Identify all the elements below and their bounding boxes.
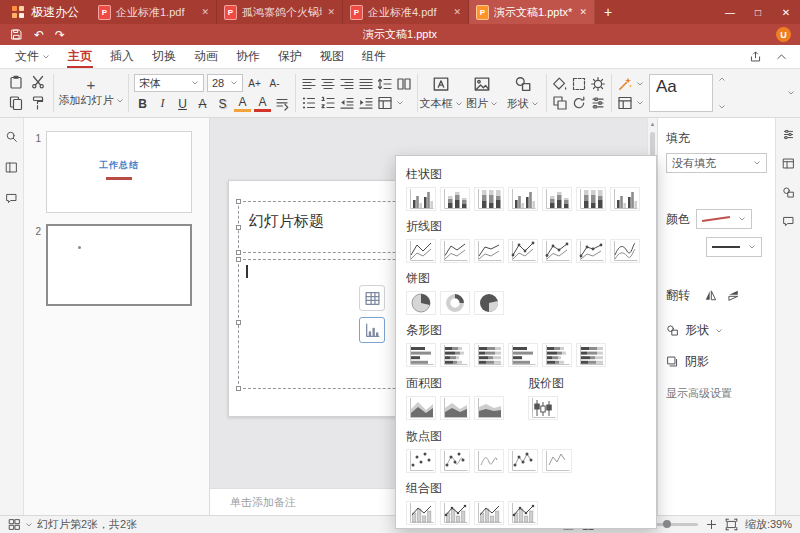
chart-type-bar-1[interactable] [406, 343, 436, 367]
line-style-select[interactable] [706, 237, 762, 257]
strikethrough-button[interactable]: A [194, 95, 211, 112]
slide-design-icon[interactable] [617, 95, 633, 111]
scroll-up-icon[interactable]: ▲ [648, 118, 657, 130]
flip-horizontal-icon[interactable] [704, 289, 717, 302]
menu-item-1[interactable]: 文件 [6, 45, 59, 68]
fill-select[interactable]: 没有填充 [666, 153, 767, 173]
line-spacing-icon[interactable] [377, 76, 393, 92]
chart-type-scatter-3[interactable] [474, 449, 504, 473]
chart-type-line-1[interactable] [406, 239, 436, 263]
maximize-button[interactable]: □ [744, 0, 772, 24]
redo-icon[interactable]: ↷ [55, 29, 65, 41]
chart-type-line-5[interactable] [542, 239, 572, 263]
document-tab-3[interactable]: P企业标准4.pdf✕ [343, 0, 469, 24]
slide-thumbnail-1[interactable]: 1工作总结 [24, 128, 209, 221]
highlight-color-button[interactable]: A [234, 95, 251, 112]
justify-icon[interactable] [358, 76, 374, 92]
user-avatar[interactable]: U [776, 27, 791, 42]
chart-type-scatter-1[interactable] [406, 449, 436, 473]
columns-icon[interactable] [396, 76, 412, 92]
text-style-gallery[interactable]: Aa [649, 74, 713, 112]
chart-type-pie-3[interactable] [474, 291, 504, 315]
share-icon[interactable] [749, 50, 762, 63]
resize-handle[interactable] [236, 250, 241, 255]
chart-type-area-1[interactable] [406, 396, 436, 420]
zoom-in-icon[interactable] [705, 518, 718, 531]
chart-type-bar-3[interactable] [474, 343, 504, 367]
chart-type-column-5[interactable] [542, 187, 572, 211]
chevron-up-icon[interactable] [718, 75, 726, 83]
shadow-icon[interactable] [666, 355, 679, 368]
font-name-select[interactable]: 宋体 [134, 74, 204, 92]
increase-indent-icon[interactable] [358, 95, 374, 111]
menu-item-5[interactable]: 动画 [185, 45, 227, 68]
chart-type-bar-4[interactable] [508, 343, 538, 367]
document-tab-1[interactable]: P企业标准1.pdf✕ [91, 0, 217, 24]
undo-icon[interactable]: ↶ [34, 29, 44, 41]
add-slide-button[interactable]: + 添加幻灯片 [59, 78, 123, 108]
chart-type-line-3[interactable] [474, 239, 504, 263]
chart-type-pie-1[interactable] [406, 291, 436, 315]
insert-chart-button[interactable] [359, 317, 385, 343]
chart-type-line-6[interactable] [576, 239, 606, 263]
slide-thumbnail-preview[interactable]: 工作总结 [46, 131, 192, 213]
slide-layout-icon[interactable] [377, 95, 393, 111]
paste-icon[interactable] [8, 74, 24, 90]
edit-shape-icon[interactable] [666, 324, 679, 337]
rotate-icon[interactable] [571, 95, 587, 111]
bullet-list-icon[interactable] [301, 95, 317, 111]
insert-picture-button[interactable]: 图片 [464, 71, 500, 115]
chart-type-stock-1[interactable] [528, 396, 558, 420]
underline-button[interactable]: U [174, 95, 191, 112]
smart-beautify-icon[interactable] [617, 76, 633, 92]
menu-item-6[interactable]: 协作 [227, 45, 269, 68]
insert-table-button[interactable] [359, 285, 385, 311]
text-shadow-button[interactable]: S [214, 95, 231, 112]
chart-type-bar-5[interactable] [542, 343, 572, 367]
close-button[interactable]: ✕ [772, 0, 800, 24]
copy-icon[interactable] [8, 95, 24, 111]
chart-type-combo-4[interactable] [508, 501, 538, 525]
comment-icon[interactable] [5, 192, 18, 205]
chart-type-column-4[interactable] [508, 187, 538, 211]
numbered-list-icon[interactable] [320, 95, 336, 111]
zoom-slider-thumb[interactable] [663, 520, 671, 528]
resize-handle[interactable] [236, 320, 241, 325]
collapse-ribbon-icon[interactable] [775, 50, 788, 63]
shape-fill-icon[interactable] [552, 76, 568, 92]
object-properties-icon[interactable] [590, 95, 606, 111]
menu-item-3[interactable]: 插入 [101, 45, 143, 68]
font-size-select[interactable]: 28 [207, 74, 243, 92]
chart-type-column-3[interactable] [474, 187, 504, 211]
show-advanced-settings-link[interactable]: 显示高级设置 [666, 386, 767, 401]
italic-button[interactable]: I [154, 95, 171, 112]
fit-slide-icon[interactable] [725, 518, 738, 531]
font-color-button[interactable]: A [254, 95, 271, 112]
chart-type-bar-6[interactable] [576, 343, 606, 367]
flip-vertical-icon[interactable] [727, 289, 740, 302]
home-button[interactable]: 极速办公 [0, 0, 91, 24]
insert-textbox-button[interactable]: 文本框 [423, 71, 459, 115]
slide-view-icon[interactable] [8, 518, 21, 531]
properties-panel-icon[interactable] [782, 128, 795, 141]
chart-type-column-2[interactable] [440, 187, 470, 211]
increase-font-button[interactable]: A+ [246, 75, 263, 92]
tab-close-icon[interactable]: ✕ [327, 7, 335, 17]
chart-type-scatter-2[interactable] [440, 449, 470, 473]
chevron-down-icon[interactable] [25, 521, 33, 529]
comments-panel-icon[interactable] [782, 215, 795, 228]
chart-type-column-1[interactable] [406, 187, 436, 211]
menu-item-7[interactable]: 保护 [269, 45, 311, 68]
menu-item-8[interactable]: 视图 [311, 45, 353, 68]
bold-button[interactable]: B [134, 95, 151, 112]
chart-type-line-2[interactable] [440, 239, 470, 263]
format-painter-icon[interactable] [30, 95, 46, 111]
chart-type-line-4[interactable] [508, 239, 538, 263]
minimize-button[interactable]: — [716, 0, 744, 24]
slide-thumbnail-preview[interactable] [46, 224, 192, 306]
resize-handle[interactable] [236, 386, 241, 391]
arrange-icon[interactable] [552, 95, 568, 111]
search-icon[interactable] [5, 130, 18, 143]
resize-handle[interactable] [236, 225, 241, 230]
align-right-icon[interactable] [339, 76, 355, 92]
